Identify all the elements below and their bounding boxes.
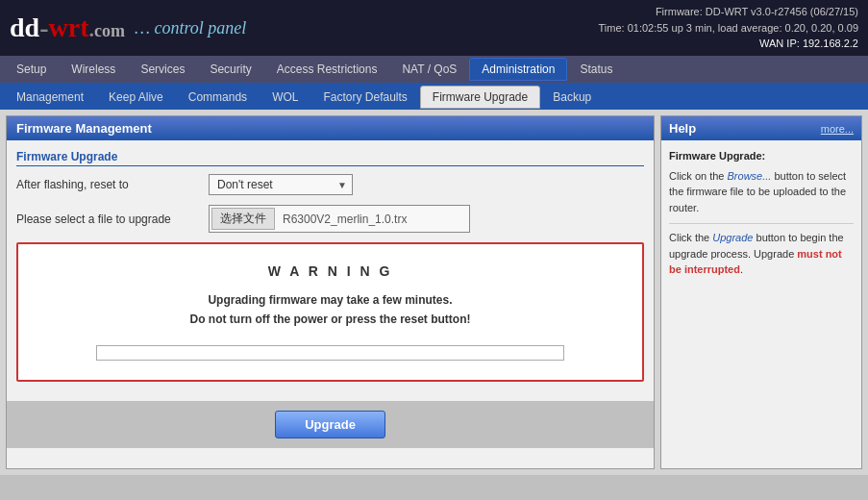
- warning-box: W A R N I N G Upgrading firmware may tak…: [16, 242, 644, 382]
- reset-label: After flashing, reset to: [16, 178, 199, 191]
- file-row: Please select a file to upgrade 选择文件 R63…: [16, 205, 644, 233]
- logo: dd-wrt.com: [10, 12, 125, 43]
- nav-status[interactable]: Status: [567, 58, 625, 81]
- logo-area: dd-wrt.com … control panel: [10, 12, 246, 43]
- help-title-bar: Help more...: [661, 116, 861, 140]
- more-link[interactable]: more...: [821, 123, 854, 135]
- main-nav: Setup Wireless Services Security Access …: [0, 56, 868, 83]
- tab-wol[interactable]: WOL: [260, 86, 310, 109]
- panel-body: Firmware Upgrade After flashing, reset t…: [7, 140, 654, 401]
- reset-select[interactable]: Don't reset Reset to defaults: [209, 174, 353, 195]
- control-panel-label: … control panel: [135, 18, 246, 38]
- uptime-info: Time: 01:02:55 up 3 min, load average: 0…: [599, 20, 859, 37]
- browse-button[interactable]: 选择文件: [211, 208, 275, 230]
- warning-line1: Upgrading firmware may take a few minute…: [208, 293, 452, 307]
- header: dd-wrt.com … control panel Firmware: DD-…: [0, 0, 868, 56]
- warning-text: Upgrading firmware may take a few minute…: [37, 290, 623, 330]
- progress-bar-container: [96, 345, 564, 361]
- browse-link-text: Browse...: [728, 170, 772, 182]
- file-name-display: R6300V2_merlin_1.0.trx: [275, 211, 467, 228]
- tab-keep-alive[interactable]: Keep Alive: [96, 86, 176, 109]
- nav-security[interactable]: Security: [197, 58, 263, 81]
- warning-title: W A R N I N G: [37, 263, 623, 279]
- sub-nav: Management Keep Alive Commands WOL Facto…: [0, 83, 868, 110]
- main-panel: Firmware Management Firmware Upgrade Aft…: [6, 115, 655, 469]
- file-label: Please select a file to upgrade: [16, 212, 199, 226]
- tab-backup[interactable]: Backup: [540, 86, 604, 109]
- upgrade-link-text: Upgrade: [712, 232, 753, 243]
- reset-select-wrapper: Don't reset Reset to defaults ▼: [209, 174, 353, 195]
- help-paragraph1: Click on the Browse... button to select …: [669, 168, 854, 216]
- nav-services[interactable]: Services: [128, 58, 197, 81]
- help-body: Firmware Upgrade: Click on the Browse...…: [661, 140, 861, 293]
- tab-management[interactable]: Management: [4, 86, 96, 109]
- firmware-version: Firmware: DD-WRT v3.0-r27456 (06/27/15): [599, 4, 859, 20]
- reset-row: After flashing, reset to Don't reset Res…: [16, 174, 644, 195]
- footer-bar: Upgrade: [7, 401, 654, 448]
- tab-firmware-upgrade[interactable]: Firmware Upgrade: [420, 86, 540, 109]
- nav-nat-qos[interactable]: NAT / QoS: [389, 58, 469, 81]
- tab-factory-defaults[interactable]: Factory Defaults: [310, 86, 419, 109]
- help-title: Help: [669, 121, 696, 136]
- header-info: Firmware: DD-WRT v3.0-r27456 (06/27/15) …: [599, 4, 859, 52]
- help-divider: [669, 223, 854, 224]
- wan-ip: WAN IP: 192.168.2.2: [599, 36, 859, 52]
- nav-administration[interactable]: Administration: [469, 58, 567, 81]
- warning-line2: Do not turn off the power or press the r…: [190, 312, 471, 326]
- section-title: Firmware Upgrade: [16, 150, 644, 166]
- help-panel: Help more... Firmware Upgrade: Click on …: [660, 115, 862, 469]
- panel-title: Firmware Management: [7, 116, 654, 140]
- nav-access-restrictions[interactable]: Access Restrictions: [264, 58, 390, 81]
- content-wrapper: Firmware Management Firmware Upgrade Aft…: [0, 110, 868, 475]
- help-paragraph2: Click the Upgrade button to begin the up…: [669, 230, 854, 278]
- nav-wireless[interactable]: Wireless: [59, 58, 128, 81]
- file-input-wrapper: 选择文件 R6300V2_merlin_1.0.trx: [209, 205, 470, 233]
- nav-setup[interactable]: Setup: [4, 58, 59, 81]
- upgrade-button[interactable]: Upgrade: [275, 411, 385, 438]
- help-section-title: Firmware Upgrade:: [669, 148, 854, 164]
- tab-commands[interactable]: Commands: [176, 86, 260, 109]
